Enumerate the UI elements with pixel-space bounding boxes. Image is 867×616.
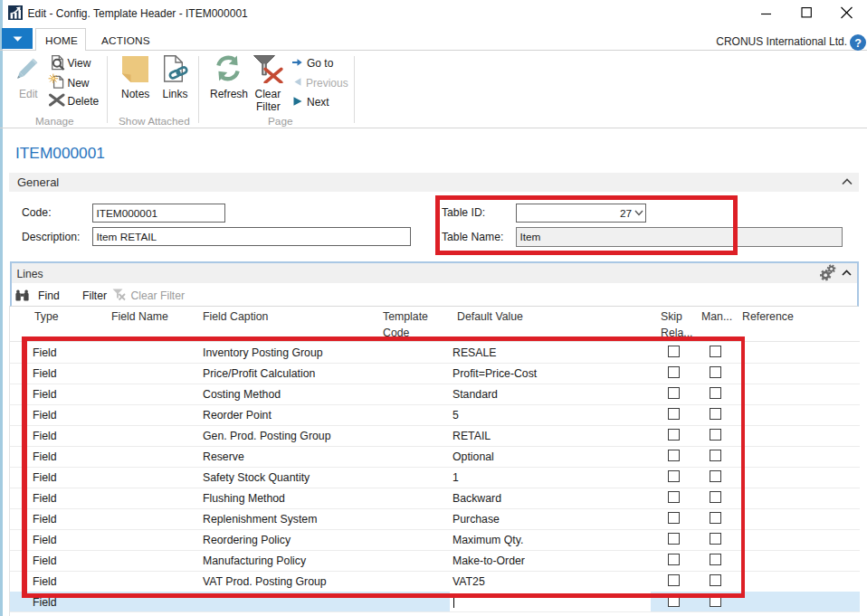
svg-text:?: ?: [854, 37, 862, 50]
